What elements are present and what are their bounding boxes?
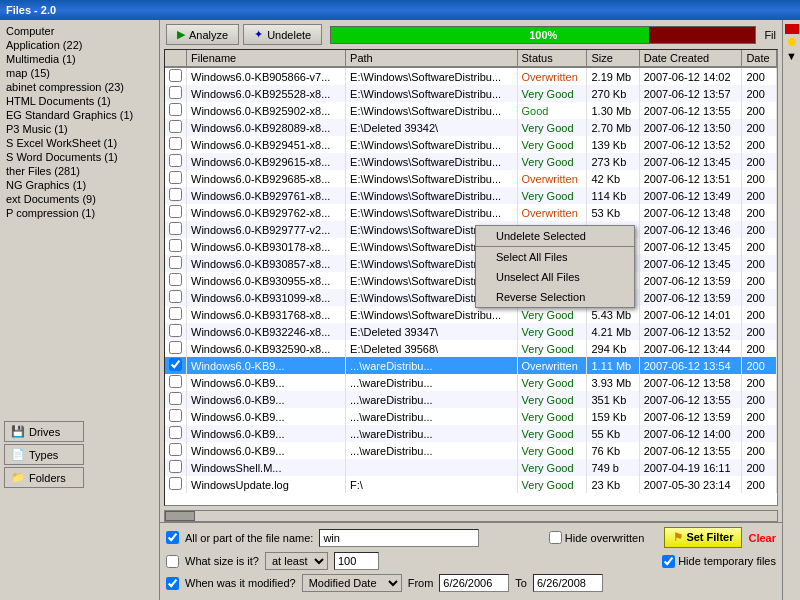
table-row[interactable]: Windows6.0-KB930857-x8... E:\Windows\Sof… [165,255,777,272]
col-size[interactable]: Size [587,50,639,67]
sidebar-item[interactable]: NG Graphics (1) [2,178,157,192]
col-date-created[interactable]: Date Created [639,50,742,67]
to-date-input[interactable] [533,574,603,592]
table-row[interactable]: Windows6.0-KB929762-x8... E:\Windows\Sof… [165,204,777,221]
hide-overwritten-label[interactable]: Hide overwritten [549,531,644,544]
table-row[interactable]: WindowsShell.M... Very Good 749 b 2007-0… [165,459,777,476]
sidebar-item[interactable]: HTML Documents (1) [2,94,157,108]
arrow-icon[interactable]: ▼ [786,50,797,62]
row-checkbox[interactable] [165,374,187,391]
hide-overwritten-checkbox[interactable] [549,531,562,544]
size-filter-input[interactable] [334,552,379,570]
sidebar-item[interactable]: abinet compression (23) [2,80,157,94]
col-path[interactable]: Path [346,50,517,67]
sidebar-item[interactable]: Computer [2,24,157,38]
table-row[interactable]: Windows6.0-KB929761-x8... E:\Windows\Sof… [165,187,777,204]
table-row[interactable]: Windows6.0-KB929777-v2... E:\Windows\Sof… [165,221,777,238]
row-checkbox[interactable] [165,85,187,102]
col-filename[interactable]: Filename [187,50,346,67]
table-row[interactable]: Windows6.0-KB929615-x8... E:\Windows\Sof… [165,153,777,170]
row-checkbox[interactable] [165,289,187,306]
col-status[interactable]: Status [517,50,587,67]
context-menu-item-select-all[interactable]: Select All Files [476,246,634,267]
row-checkbox[interactable] [165,153,187,170]
size-filter-checkbox[interactable] [166,555,179,568]
modified-filter-checkbox[interactable] [166,577,179,590]
table-row[interactable]: Windows6.0-KB929685-x8... E:\Windows\Sof… [165,170,777,187]
table-row[interactable]: Windows6.0-KB9... ...\wareDistribu... Ve… [165,425,777,442]
sidebar-item[interactable]: ther Files (281) [2,164,157,178]
table-row[interactable]: Windows6.0-KB9... ...\wareDistribu... Ve… [165,408,777,425]
scrollbar-thumb[interactable] [165,511,195,521]
sidebar-item[interactable]: S Word Documents (1) [2,150,157,164]
row-checkbox[interactable] [165,408,187,425]
row-checkbox[interactable] [165,459,187,476]
table-row[interactable]: Windows6.0-KB925902-x8... E:\Windows\Sof… [165,102,777,119]
table-row[interactable]: Windows6.0-KB925528-x8... E:\Windows\Sof… [165,85,777,102]
undelete-button[interactable]: ✦ Undelete [243,24,322,45]
clear-label[interactable]: Clear [748,532,776,544]
hide-temporary-checkbox[interactable] [662,555,675,568]
filename-filter-input[interactable] [319,529,479,547]
context-menu-item-unselect-all[interactable]: Unselect All Files [476,267,634,287]
row-checkbox[interactable] [165,340,187,357]
table-row[interactable]: Windows6.0-KB928089-x8... E:\Deleted 393… [165,119,777,136]
types-button[interactable]: 📄 Types [4,444,84,465]
filename-filter-checkbox[interactable] [166,531,179,544]
table-row[interactable]: Windows6.0-KB930178-x8... E:\Windows\Sof… [165,238,777,255]
from-date-input[interactable] [439,574,509,592]
row-checkbox[interactable] [165,136,187,153]
row-checkbox[interactable] [165,170,187,187]
row-checkbox[interactable] [165,442,187,459]
row-checkbox[interactable] [165,187,187,204]
table-row[interactable]: Windows6.0-KB932246-x8... E:\Deleted 393… [165,323,777,340]
file-list[interactable]: Filename Path Status Size Date Created D… [164,49,778,506]
row-checkbox[interactable] [165,476,187,493]
col-checkbox[interactable] [165,50,187,67]
row-status: Very Good [517,425,587,442]
sidebar-item[interactable]: P3 Music (1) [2,122,157,136]
row-checkbox[interactable] [165,204,187,221]
row-checkbox[interactable] [165,221,187,238]
table-row[interactable]: Windows6.0-KB931768-x8... E:\Windows\Sof… [165,306,777,323]
row-checkbox[interactable] [165,255,187,272]
row-checkbox[interactable] [165,425,187,442]
modified-filter-select[interactable]: Modified Date [302,574,402,592]
row-checkbox[interactable] [165,357,187,374]
table-row[interactable]: Windows6.0-KB9... ...\wareDistribu... Ov… [165,357,777,374]
row-checkbox[interactable] [165,102,187,119]
row-checkbox[interactable] [165,306,187,323]
table-row[interactable]: Windows6.0-KB931099-x8... E:\Windows\Sof… [165,289,777,306]
table-row[interactable]: Windows6.0-KB929451-x8... E:\Windows\Sof… [165,136,777,153]
col-date[interactable]: Date [742,50,777,67]
context-menu-item-undelete[interactable]: Undelete Selected [476,226,634,246]
row-checkbox[interactable] [165,238,187,255]
row-checkbox[interactable] [165,272,187,289]
set-filter-button[interactable]: ⚑ Set Filter [664,527,742,548]
size-filter-select[interactable]: at least at most exactly [265,552,328,570]
sidebar-item[interactable]: S Excel WorkSheet (1) [2,136,157,150]
table-row[interactable]: Windows6.0-KB9... ...\wareDistribu... Ve… [165,374,777,391]
drives-button[interactable]: 💾 Drives [4,421,84,442]
table-row[interactable]: WindowsUpdate.log F:\ Very Good 23 Kb 20… [165,476,777,493]
table-row[interactable]: Windows6.0-KB930955-x8... E:\Windows\Sof… [165,272,777,289]
sidebar-item[interactable]: EG Standard Graphics (1) [2,108,157,122]
analyze-button[interactable]: ▶ Analyze [166,24,239,45]
horizontal-scrollbar[interactable] [164,510,778,522]
sidebar-item[interactable]: P compression (1) [2,206,157,220]
context-menu-item-reverse[interactable]: Reverse Selection [476,287,634,307]
folders-button[interactable]: 📁 Folders [4,467,84,488]
table-row[interactable]: Windows6.0-KB9... ...\wareDistribu... Ve… [165,391,777,408]
hide-temporary-label[interactable]: Hide temporary files [662,555,776,568]
sidebar-item[interactable]: map (15) [2,66,157,80]
table-row[interactable]: Windows6.0-KB905866-v7... E:\Windows\Sof… [165,67,777,85]
row-checkbox[interactable] [165,391,187,408]
sidebar-item[interactable]: ext Documents (9) [2,192,157,206]
row-checkbox[interactable] [165,119,187,136]
sidebar-item[interactable]: Application (22) [2,38,157,52]
table-row[interactable]: Windows6.0-KB9... ...\wareDistribu... Ve… [165,442,777,459]
row-checkbox[interactable] [165,323,187,340]
table-row[interactable]: Windows6.0-KB932590-x8... E:\Deleted 395… [165,340,777,357]
row-checkbox[interactable] [165,67,187,85]
sidebar-item[interactable]: Multimedia (1) [2,52,157,66]
